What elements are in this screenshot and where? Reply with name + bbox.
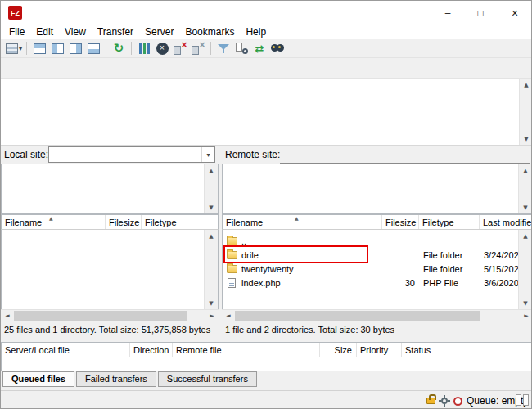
scroll-down-icon[interactable]: ▼	[520, 133, 532, 145]
remote-site-label: Remote site:	[225, 149, 280, 160]
local-tree-pane[interactable]: ▲ ▼	[1, 164, 219, 214]
refresh-icon: ↻	[114, 43, 124, 55]
maximize-button[interactable]: □	[464, 1, 497, 25]
minimize-button[interactable]: –	[431, 1, 464, 25]
menu-server[interactable]: Server	[139, 25, 179, 38]
message-log-scrollbar[interactable]: ▲ ▼	[519, 79, 532, 145]
scroll-down-icon[interactable]: ▼	[205, 297, 218, 309]
column-header-size[interactable]: Size	[320, 343, 357, 357]
scroll-up-icon[interactable]: ▲	[205, 230, 218, 242]
toolbar-separator	[210, 42, 211, 55]
remote-file-list[interactable]: .. drile File folder 3/24/2020 5:0 twent…	[222, 230, 532, 309]
column-header-server-local-file[interactable]: Server/Local file	[2, 343, 130, 357]
scroll-right-icon[interactable]: ►	[205, 310, 219, 322]
queue-header: Server/Local file Direction Remote file …	[1, 342, 532, 357]
site-manager-icon	[6, 43, 18, 54]
menu-edit[interactable]: Edit	[30, 25, 59, 38]
queue-tabs: Queued files Failed transfers Successful…	[2, 371, 259, 387]
tab-failed-transfers[interactable]: Failed transfers	[76, 371, 156, 387]
column-header-filetype[interactable]: Filetype	[142, 215, 218, 229]
local-tree-scrollbar[interactable]: ▲ ▼	[204, 164, 218, 213]
process-queue-button[interactable]	[135, 40, 153, 57]
scroll-down-icon[interactable]: ▼	[205, 201, 218, 213]
toggle-queue-pane-button[interactable]	[84, 40, 102, 57]
column-header-filesize[interactable]: Filesize	[106, 215, 142, 229]
close-button[interactable]: ×	[497, 1, 532, 25]
pane-toggle-box[interactable]	[516, 394, 521, 406]
scroll-up-icon[interactable]: ▲	[519, 164, 532, 177]
sort-ascending-icon: ▲	[295, 215, 299, 221]
tab-successful-transfers[interactable]: Successful transfers	[158, 371, 257, 387]
column-header-filetype[interactable]: Filetype	[419, 215, 480, 229]
directory-comparison-icon	[236, 43, 248, 54]
local-file-list[interactable]: ▲ ▼	[1, 230, 219, 309]
column-header-remote-file[interactable]: Remote file	[173, 343, 320, 357]
scroll-up-icon[interactable]: ▲	[520, 79, 532, 91]
remote-tree-icon	[70, 43, 82, 54]
scrollbar-thumb[interactable]	[235, 311, 480, 321]
remote-file-row-index-php[interactable]: index.php 30 PHP File 3/6/2020 9:23	[223, 276, 520, 290]
filter-button[interactable]	[214, 40, 232, 57]
quickconnect-bar: Host: Username: Password: Port: Quickcon…	[1, 58, 531, 79]
scroll-right-icon[interactable]: ►	[520, 310, 532, 322]
reconnect-button[interactable]: ×	[189, 40, 207, 57]
column-header-filesize[interactable]: Filesize	[382, 215, 419, 229]
speed-limit-icon[interactable]	[453, 397, 462, 406]
log-pane-icon	[34, 43, 46, 54]
column-header-filename[interactable]: Filename ▲	[2, 215, 106, 229]
menu-bookmarks[interactable]: Bookmarks	[179, 25, 240, 38]
column-header-filename[interactable]: Filename ▲	[223, 215, 382, 229]
synchronized-browsing-button[interactable]: ⇄	[250, 40, 268, 57]
pane-toggle-box[interactable]	[523, 394, 529, 406]
scroll-left-icon[interactable]: ◄	[222, 310, 235, 322]
chevron-down-icon[interactable]: ▾	[201, 147, 214, 162]
remote-tree-pane[interactable]: ▲ ▼	[222, 164, 532, 214]
local-list-vscrollbar[interactable]: ▲ ▼	[204, 230, 218, 309]
toolbar: ▾ ↻ × × × ⇄	[1, 39, 531, 58]
directory-comparison-button[interactable]	[232, 40, 250, 57]
local-site-label: Local site:	[4, 149, 48, 160]
toggle-local-tree-button[interactable]	[48, 40, 66, 57]
column-header-priority[interactable]: Priority	[357, 343, 402, 357]
menu-view[interactable]: View	[59, 25, 92, 38]
local-list-hscrollbar[interactable]: ◄ ►	[1, 309, 219, 321]
scroll-up-icon[interactable]: ▲	[519, 230, 532, 242]
highlight-annotation	[223, 245, 368, 263]
scroll-left-icon[interactable]: ◄	[1, 310, 14, 322]
menu-file[interactable]: File	[3, 25, 30, 38]
scrollbar-thumb[interactable]	[14, 311, 187, 321]
binoculars-icon	[271, 44, 285, 52]
column-header-last-modified[interactable]: Last modified	[480, 215, 532, 229]
toolbar-separator	[106, 42, 106, 55]
local-site-combobox[interactable]: ▾	[48, 146, 215, 163]
remote-list-vscrollbar[interactable]: ▲ ▼	[518, 230, 532, 309]
settings-gear-icon[interactable]	[440, 396, 449, 406]
find-files-button[interactable]	[268, 40, 286, 57]
column-header-direction[interactable]: Direction	[130, 343, 173, 357]
synchronized-browsing-icon: ⇄	[255, 43, 264, 54]
disconnect-icon: ×	[174, 43, 187, 55]
scroll-down-icon[interactable]: ▼	[519, 297, 532, 309]
queue-pane-icon	[88, 43, 100, 54]
titlebar: FZ – □ ×	[1, 1, 531, 25]
toggle-log-pane-button[interactable]	[30, 40, 48, 57]
site-manager-button[interactable]: ▾	[5, 40, 23, 57]
disconnect-button[interactable]: ×	[171, 40, 189, 57]
refresh-button[interactable]: ↻	[110, 40, 128, 57]
local-tree-icon	[52, 43, 64, 54]
tab-queued-files[interactable]: Queued files	[2, 371, 74, 387]
folder-icon	[227, 265, 237, 273]
scroll-up-icon[interactable]: ▲	[205, 164, 218, 177]
cancel-operation-button[interactable]: ×	[153, 40, 171, 57]
remote-file-row-twentytwenty[interactable]: twentytwenty File folder 5/15/2020 12:	[223, 262, 520, 276]
column-header-status[interactable]: Status	[402, 343, 532, 357]
remote-list-hscrollbar[interactable]: ◄ ►	[222, 309, 532, 321]
menu-transfer[interactable]: Transfer	[92, 25, 139, 38]
chevron-down-icon: ▾	[19, 45, 22, 52]
remote-tree-scrollbar[interactable]: ▲ ▼	[518, 164, 532, 213]
toggle-remote-tree-button[interactable]	[66, 40, 84, 57]
lock-icon[interactable]	[426, 398, 435, 404]
scroll-down-icon[interactable]: ▼	[519, 201, 532, 213]
queue-list[interactable]	[1, 357, 532, 371]
menu-help[interactable]: Help	[240, 25, 272, 38]
